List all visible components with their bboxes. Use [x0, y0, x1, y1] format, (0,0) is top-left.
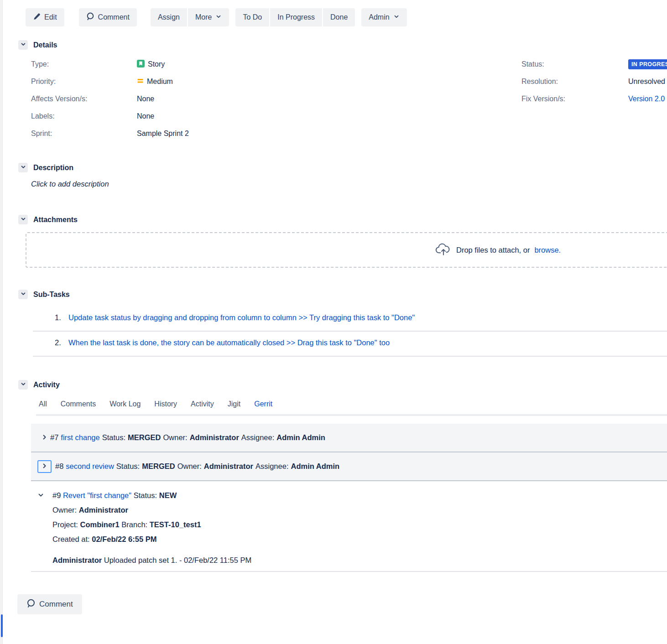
pencil-icon [33, 13, 41, 22]
owner-label: Owner: [52, 506, 77, 514]
browse-link[interactable]: browse. [534, 246, 561, 254]
priority-label: Priority: [31, 78, 137, 86]
fix-version-link[interactable]: Version 2.0 [628, 95, 665, 103]
chevron-down-icon [21, 216, 26, 223]
description-heading: Description [33, 164, 73, 172]
gerrit-change-number: #7 [50, 433, 58, 442]
branch-label: Branch: [121, 520, 147, 529]
done-button-label: Done [330, 13, 348, 21]
left-gutter [0, 0, 3, 644]
tab-work-log[interactable]: Work Log [109, 400, 141, 414]
edit-button[interactable]: Edit [26, 8, 64, 26]
details-collapse-button[interactable] [18, 40, 28, 50]
toolbar: Edit Comment Assign More To Do In Progre… [26, 8, 407, 26]
comment-author: Administrator [52, 556, 102, 564]
comment-button[interactable]: Comment [17, 594, 82, 614]
done-button[interactable]: Done [323, 8, 355, 26]
tab-activity[interactable]: Activity [191, 400, 214, 414]
priority-medium-icon [137, 78, 144, 86]
gerrit-expand-button[interactable] [41, 434, 48, 442]
activity-heading: Activity [33, 381, 60, 389]
story-icon [137, 60, 145, 69]
assignee-label: Assignee: [241, 433, 274, 442]
chevron-down-icon [21, 164, 26, 171]
status-label: Status: [102, 433, 125, 442]
gerrit-project-line: Project: Combiner1 Branch: TEST-10_test1 [52, 517, 667, 532]
activity-section-header: Activity [18, 380, 60, 390]
description-placeholder[interactable]: Click to add description [31, 180, 109, 188]
subtask-item: 1. Update task status by dragging and dr… [33, 306, 667, 332]
gerrit-change-link[interactable]: Revert "first change" [63, 491, 131, 499]
fix-version-label: Fix Version/s: [521, 95, 628, 103]
status-label: Status: [116, 462, 140, 471]
details-heading: Details [33, 41, 57, 49]
todo-button[interactable]: To Do [235, 8, 269, 26]
details-right-column: Status: IN PROGRESS Resolution: Unresolv… [521, 56, 667, 108]
gerrit-change-number: #8 [55, 462, 63, 471]
labels-label: Labels: [31, 112, 137, 120]
gerrit-owner-line: Owner: Administrator [52, 503, 667, 517]
status-label: Status: [134, 491, 157, 499]
labels-value: None [137, 112, 189, 120]
owner-label: Owner: [163, 433, 187, 442]
admin-button[interactable]: Admin [361, 8, 406, 26]
edit-button-label: Edit [44, 13, 57, 21]
priority-value: Medium [137, 78, 189, 86]
attachments-collapse-button[interactable] [18, 215, 28, 224]
gerrit-collapse-button[interactable] [37, 492, 44, 500]
todo-button-label: To Do [243, 13, 262, 21]
project-value: Combiner1 [80, 520, 120, 529]
subtask-number: 2. [55, 338, 68, 347]
gerrit-change-link[interactable]: first change [61, 433, 99, 442]
gerrit-patchset-line: Administrator Uploaded patch set 1. - 02… [52, 553, 667, 567]
chevron-down-icon [37, 492, 44, 500]
tab-all[interactable]: All [39, 400, 47, 414]
comment-bubble-icon [26, 599, 36, 610]
chevron-down-icon [21, 381, 26, 388]
assign-more-group: Assign More [151, 8, 229, 26]
subtask-link[interactable]: Update task status by dragging and dropp… [68, 313, 415, 322]
gerrit-change-number: #9 [52, 491, 61, 499]
comment-bubble-icon [86, 12, 94, 22]
sprint-value: Sample Sprint 2 [137, 130, 189, 138]
gerrit-created-line: Created at: 02/Feb/22 6:55 PM [52, 532, 667, 546]
more-button[interactable]: More [188, 8, 229, 26]
description-collapse-button[interactable] [18, 163, 28, 172]
affects-version-value: None [137, 95, 189, 103]
comment-button-label: Comment [98, 13, 130, 21]
description-section-header: Description [18, 163, 73, 172]
attachments-section-header: Attachments [18, 215, 78, 224]
assignee-value: Admin Admin [276, 433, 325, 442]
subtasks-collapse-button[interactable] [18, 290, 28, 299]
status-label: Status: [521, 60, 628, 68]
activity-collapse-button[interactable] [18, 380, 28, 390]
comment-button-label: Comment [39, 600, 73, 609]
scroll-indicator [1, 614, 3, 637]
chevron-down-icon [21, 291, 26, 298]
gerrit-expand-button-focused[interactable] [37, 460, 52, 473]
chevron-right-icon [41, 434, 48, 442]
comment-button-top[interactable]: Comment [79, 8, 137, 26]
resolution-label: Resolution: [521, 78, 628, 86]
assign-button-label: Assign [158, 13, 180, 21]
project-label: Project: [52, 520, 78, 529]
status-badge: IN PROGRESS [628, 59, 667, 69]
owner-value: Administrator [204, 462, 253, 471]
status-value: MERGED [128, 433, 161, 442]
gerrit-row-9-title: #9 Revert "first change" Status: NEW [52, 488, 667, 503]
tab-jigit[interactable]: Jigit [228, 400, 240, 414]
owner-value: Administrator [190, 433, 239, 442]
in-progress-button[interactable]: In Progress [270, 8, 322, 26]
tab-comments[interactable]: Comments [61, 400, 96, 414]
tab-gerrit[interactable]: Gerrit [254, 400, 272, 414]
subtasks-heading: Sub-Tasks [33, 291, 70, 299]
subtask-link[interactable]: When the last task is done, the story ca… [68, 338, 390, 347]
branch-value: TEST-10_test1 [150, 520, 201, 529]
gerrit-change-link[interactable]: second review [66, 462, 114, 471]
attachments-dropzone[interactable]: Drop files to attach, or browse. [26, 232, 667, 268]
type-label: Type: [31, 60, 137, 68]
assign-button[interactable]: Assign [151, 8, 187, 26]
tab-history[interactable]: History [154, 400, 177, 414]
type-value: Story [137, 60, 189, 69]
assignee-label: Assignee: [255, 462, 288, 471]
